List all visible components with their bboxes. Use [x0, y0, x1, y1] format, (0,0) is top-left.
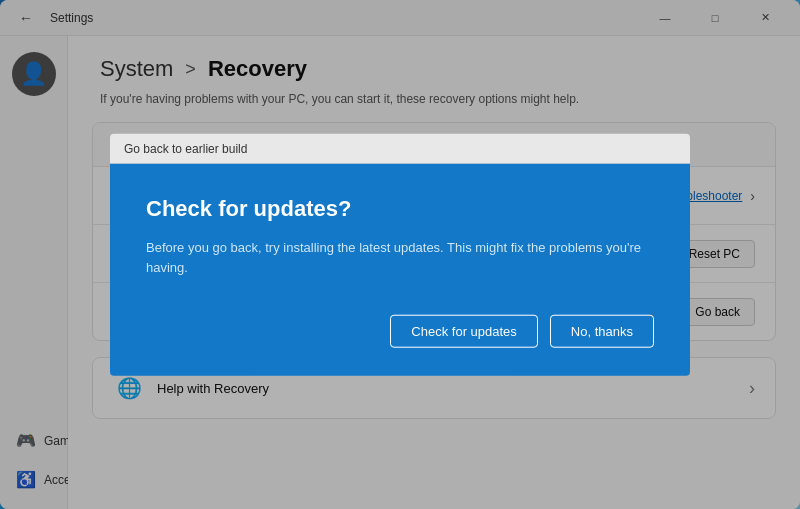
dialog-wrapper: Go back to earlier build Check for updat… [110, 133, 690, 376]
dialog-titlebar: Go back to earlier build [110, 133, 690, 163]
dialog-title: Check for updates? [146, 195, 654, 221]
check-for-updates-button[interactable]: Check for updates [390, 315, 538, 348]
dialog-description: Before you go back, try installing the l… [146, 237, 654, 279]
no-thanks-button[interactable]: No, thanks [550, 315, 654, 348]
dialog-body: Check for updates? Before you go back, t… [110, 163, 690, 376]
dialog-actions: Check for updates No, thanks [146, 315, 654, 348]
